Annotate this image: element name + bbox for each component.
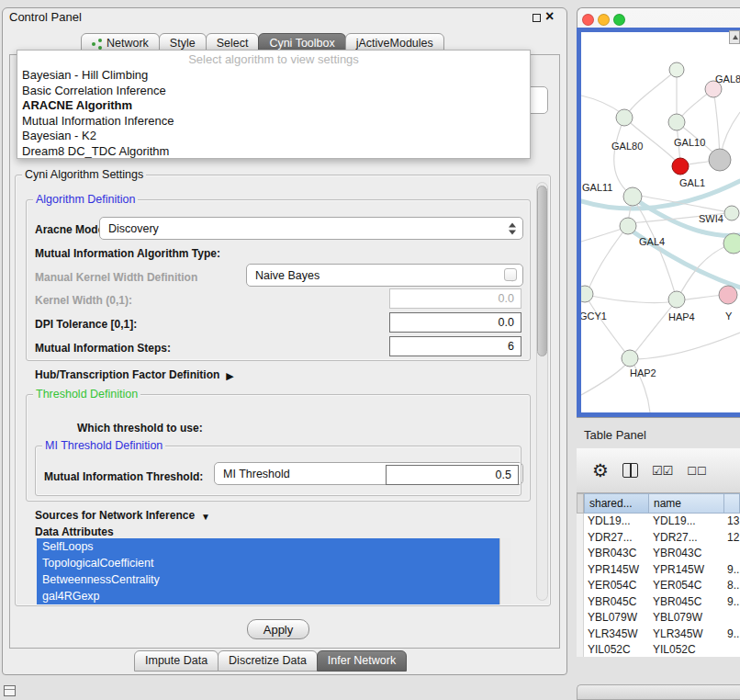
table-row[interactable]: YDL19...YDL19...13... <box>577 514 740 530</box>
node-label: GAL10 <box>674 137 705 148</box>
attribute-list-scrollbar[interactable] <box>499 538 511 604</box>
table-row[interactable]: YBL079WYBL079W <box>577 610 740 627</box>
network-node[interactable] <box>581 286 593 302</box>
cell-shared-name: YPR145W <box>584 562 649 579</box>
network-edge[interactable] <box>626 70 677 116</box>
mi-threshold-group-title: MI Threshold Definition <box>42 439 165 452</box>
network-edge[interactable] <box>586 296 627 355</box>
dpi-tolerance-field[interactable]: 0.0 <box>389 312 521 333</box>
row-gutter <box>577 642 584 657</box>
cell-extra <box>725 546 740 562</box>
bottom-tab-bar: Impute DataDiscretize DataInfer Network <box>134 650 406 672</box>
mi-steps-field[interactable]: 6 <box>389 336 521 356</box>
cell-shared-name: YER054C <box>584 578 649 594</box>
network-node[interactable] <box>620 218 636 234</box>
network-node[interactable] <box>623 187 642 206</box>
network-edge[interactable] <box>581 96 622 114</box>
sources-section-toggle[interactable]: Sources for Network Inference <box>35 507 210 524</box>
table-row[interactable]: YER054CYER054C8... <box>577 578 740 594</box>
network-node[interactable] <box>719 286 737 304</box>
node-label: GAL8 <box>715 73 740 85</box>
table-body: YDL19...YDL19...13...YDR27...YDR27...12.… <box>577 514 740 657</box>
algorithm-option[interactable]: Basic Correlation Inference <box>17 84 530 99</box>
network-edge[interactable] <box>713 89 720 156</box>
node-label: GAL11 <box>582 182 612 193</box>
cell-name: YLR345W <box>649 627 725 643</box>
algorithm-option[interactable]: Mutual Information Inference <box>17 114 530 130</box>
gear-icon[interactable] <box>592 459 609 481</box>
which-threshold-label: Which threshold to use: <box>77 422 203 435</box>
node-label: Y <box>725 310 733 322</box>
row-gutter <box>577 627 584 643</box>
mi-type-select[interactable]: Naive Bayes <box>246 264 523 287</box>
dpi-tolerance-value: 0.0 <box>499 316 514 329</box>
algorithm-option[interactable]: Bayesian - K2 <box>17 129 530 144</box>
algorithm-option[interactable]: Bayesian - Hill Climbing <box>17 68 530 84</box>
network-node[interactable] <box>622 350 638 367</box>
network-node[interactable] <box>709 149 731 171</box>
columns-icon[interactable] <box>622 463 638 478</box>
network-edge[interactable] <box>587 295 674 303</box>
tab-impute-data[interactable]: Impute Data <box>134 650 219 672</box>
manual-kernel-checkbox[interactable] <box>504 268 517 281</box>
table-row[interactable]: YBR043CYBR043C <box>577 546 740 562</box>
cell-shared-name: YBL079W <box>584 610 649 627</box>
column-header-extra[interactable] <box>723 493 740 514</box>
attribute-item[interactable]: gal4RGexp <box>37 588 500 604</box>
network-node[interactable] <box>724 206 739 220</box>
algorithm-option[interactable]: ARACNE Algorithm <box>17 98 530 114</box>
network-edge[interactable] <box>721 112 740 155</box>
attribute-item[interactable]: SelfLoops <box>37 538 500 555</box>
attribute-item[interactable]: BetweennessCentrality <box>37 571 500 588</box>
table-row[interactable]: YDR27...YDR27...12... <box>577 530 740 547</box>
cell-extra: 12... <box>725 530 740 547</box>
settings-scrollbar-thumb[interactable] <box>537 186 547 356</box>
network-node[interactable] <box>668 291 685 308</box>
minimize-traffic-light-icon[interactable] <box>598 14 610 26</box>
network-node[interactable] <box>723 233 740 254</box>
column-header-name[interactable]: name <box>648 493 724 514</box>
network-edge[interactable] <box>679 295 725 300</box>
network-edge[interactable] <box>588 227 627 291</box>
mi-steps-value: 6 <box>508 340 514 353</box>
checked-columns-icon[interactable] <box>652 462 673 479</box>
threshold-definition-title: Threshold Definition <box>33 388 140 401</box>
attribute-item[interactable]: TopologicalCoefficient <box>37 555 500 571</box>
table-row[interactable]: YLR345WYLR345W9... <box>577 627 740 643</box>
apply-button[interactable]: Apply <box>247 619 309 639</box>
column-header-shared-name[interactable]: shared... <box>584 493 649 514</box>
table-row[interactable]: YBR045CYBR045C9... <box>577 594 740 611</box>
data-attribute-list: SelfLoopsTopologicalCoefficientBetweenne… <box>37 538 511 604</box>
tab-discretize-data[interactable]: Discretize Data <box>218 650 318 672</box>
algorithm-option[interactable]: Dream8 DC_TDC Algorithm <box>17 144 530 160</box>
close-traffic-light-icon[interactable] <box>582 14 594 26</box>
row-gutter <box>577 610 584 627</box>
kernel-width-field[interactable]: 0.0 <box>389 288 521 309</box>
aracne-mode-select[interactable]: Discovery <box>99 217 523 240</box>
close-window-icon[interactable] <box>545 8 554 25</box>
network-node[interactable] <box>672 158 689 175</box>
table-row[interactable]: YIL052CYIL052C <box>577 642 740 657</box>
tab-infer-network[interactable]: Infer Network <box>317 650 407 672</box>
minimized-panel-icon[interactable] <box>4 685 16 696</box>
network-edge[interactable] <box>581 362 628 395</box>
network-node[interactable] <box>669 62 684 77</box>
network-edge[interactable] <box>614 118 630 194</box>
network-node[interactable] <box>616 109 633 126</box>
zoom-traffic-light-icon[interactable] <box>613 14 625 26</box>
control-panel-title: Control Panel <box>9 10 82 24</box>
manual-kernel-label: Manual Kernel Width Definition <box>35 271 197 284</box>
cell-shared-name: YDR27... <box>584 530 649 547</box>
hub-section-toggle[interactable]: Hub/Transcription Factor Definition <box>35 367 234 383</box>
network-edge[interactable] <box>633 301 676 356</box>
unchecked-columns-icon[interactable] <box>687 462 707 479</box>
network-edge[interactable] <box>581 228 625 242</box>
mi-type-value: Naive Bayes <box>255 269 320 282</box>
table-row[interactable]: YPR145WYPR145W9... <box>577 562 740 579</box>
mi-threshold-field[interactable]: 0.5 <box>386 465 519 485</box>
network-node[interactable] <box>668 114 685 130</box>
birdseye-toggle-icon[interactable] <box>729 30 740 44</box>
float-window-icon[interactable] <box>533 14 541 22</box>
network-canvas-svg[interactable]: GAL8GAL80GAL10GAL11GAL1SWI4GAL4GCY1HAP4Y… <box>581 32 740 412</box>
tab-label: Infer Network <box>328 651 396 671</box>
